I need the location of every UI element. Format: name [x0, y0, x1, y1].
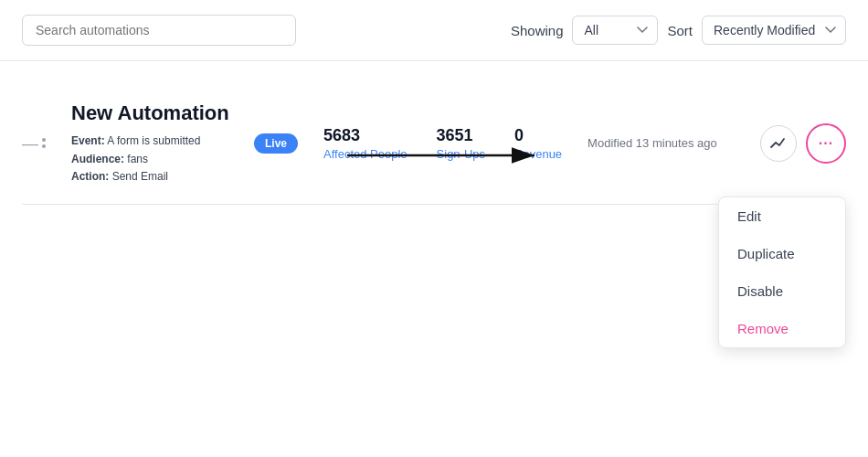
chart-icon	[769, 134, 788, 153]
top-bar-right: Showing All Live Paused Draft Sort Recen…	[511, 16, 846, 45]
sort-dropdown[interactable]: Recently Modified Name Date Created	[702, 16, 846, 45]
right-section: ··· Edit Duplicate Disable Remove	[760, 123, 846, 164]
dropdown-item-disable[interactable]: Disable	[719, 272, 845, 310]
event-label: Event:	[71, 134, 105, 147]
live-badge: Live	[254, 133, 298, 154]
drag-dot-left	[42, 138, 46, 148]
automation-meta: Event: A form is submitted Audience: fan…	[71, 133, 236, 186]
arrow-icon	[347, 137, 548, 174]
more-options-button[interactable]: ···	[806, 123, 846, 164]
audience-value: fans	[127, 153, 148, 165]
chart-button[interactable]	[760, 125, 797, 162]
automation-name: New Automation	[71, 101, 236, 125]
dropdown-item-duplicate[interactable]: Duplicate	[719, 235, 845, 272]
showing-label: Showing	[511, 23, 564, 38]
main-content: — New Automation Event: A form is submit…	[0, 61, 868, 205]
action-label: Action:	[71, 170, 109, 183]
modified-text: Modified 13 minutes ago	[587, 136, 717, 150]
action-value: Send Email	[112, 170, 168, 183]
automation-info: New Automation Event: A form is submitte…	[71, 101, 236, 186]
top-bar: Showing All Live Paused Draft Sort Recen…	[0, 0, 868, 61]
ellipsis-icon: ···	[819, 135, 833, 152]
search-input[interactable]	[22, 15, 296, 46]
arrow-annotation	[347, 137, 548, 177]
dropdown-item-remove[interactable]: Remove	[719, 310, 845, 347]
audience-label: Audience:	[71, 153, 124, 165]
dropdown-menu: Edit Duplicate Disable Remove	[718, 197, 846, 348]
drag-handle[interactable]: —	[22, 135, 53, 152]
event-value: A form is submitted	[107, 134, 200, 147]
dropdown-item-edit[interactable]: Edit	[719, 197, 845, 235]
sort-label: Sort	[667, 23, 693, 38]
showing-dropdown[interactable]: All Live Paused Draft	[572, 16, 658, 45]
